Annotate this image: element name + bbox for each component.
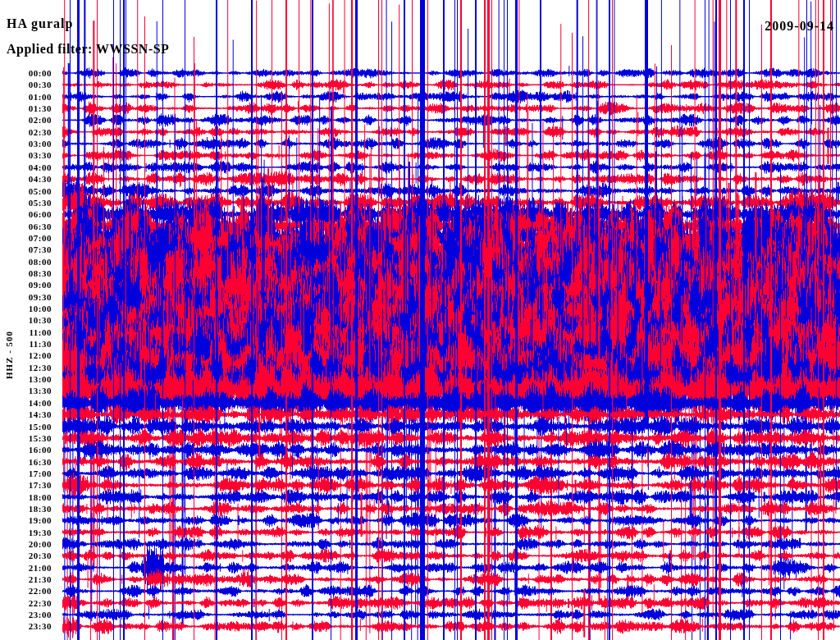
time-label: 08:30 <box>0 268 52 278</box>
time-label: 23:00 <box>0 610 52 619</box>
time-label: 02:30 <box>0 127 52 137</box>
time-label: 08:00 <box>0 257 52 267</box>
time-label: 03:30 <box>0 150 52 160</box>
time-label: 05:30 <box>0 198 52 208</box>
time-label: 04:30 <box>0 174 52 184</box>
time-label: 17:30 <box>0 480 52 490</box>
time-label: 18:00 <box>0 492 52 502</box>
date-label: 2009-09-14 <box>765 19 834 34</box>
seismogram-trace-canvas <box>0 0 840 640</box>
time-label: 23:30 <box>0 621 52 631</box>
helicorder-app: HA guralp Applied filter: WWSSN-SP 2009-… <box>0 0 840 640</box>
time-label: 16:00 <box>0 445 52 455</box>
time-label: 22:30 <box>0 598 52 608</box>
time-label: 17:00 <box>0 469 52 478</box>
time-label: 18:30 <box>0 504 52 514</box>
time-label: 14:00 <box>0 398 52 408</box>
filter-label: Applied filter: WWSSN-SP <box>7 42 169 57</box>
time-label: 15:30 <box>0 433 52 443</box>
time-label: 16:30 <box>0 457 52 467</box>
time-label: 13:00 <box>0 374 52 384</box>
time-label: 09:00 <box>0 280 52 290</box>
time-label: 09:30 <box>0 292 52 302</box>
time-label: 20:00 <box>0 539 52 549</box>
time-label: 21:30 <box>0 574 52 584</box>
time-label: 15:00 <box>0 422 52 432</box>
time-label: 07:30 <box>0 245 52 254</box>
time-label: 20:30 <box>0 551 52 560</box>
time-label: 06:00 <box>0 209 52 219</box>
time-label: 13:30 <box>0 386 52 395</box>
time-label: 10:30 <box>0 315 52 325</box>
time-label: 12:30 <box>0 363 52 373</box>
time-label: 02:00 <box>0 115 52 125</box>
time-label: 04:00 <box>0 162 52 172</box>
station-title: HA guralp <box>7 16 73 31</box>
time-label: 10:00 <box>0 304 52 313</box>
time-label: 06:30 <box>0 222 52 231</box>
time-label: 00:00 <box>0 68 52 78</box>
time-label: 11:30 <box>0 339 52 349</box>
time-label: 03:00 <box>0 139 52 149</box>
time-label: 01:30 <box>0 103 52 113</box>
time-label: 07:00 <box>0 233 52 243</box>
time-label: 11:00 <box>0 327 52 337</box>
time-label: 19:30 <box>0 528 52 537</box>
time-label: 21:00 <box>0 563 52 573</box>
time-label: 05:00 <box>0 186 52 196</box>
time-label: 22:00 <box>0 586 52 596</box>
time-label: 01:00 <box>0 92 52 102</box>
time-label: 14:30 <box>0 409 52 419</box>
time-label: 19:00 <box>0 515 52 525</box>
time-label: 12:00 <box>0 350 52 360</box>
time-label: 00:30 <box>0 80 52 89</box>
